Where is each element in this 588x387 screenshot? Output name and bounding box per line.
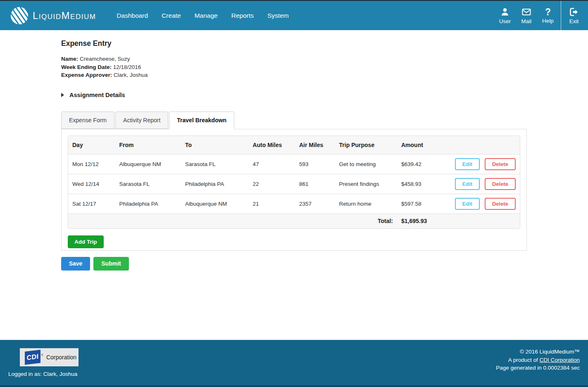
cdi-flag-icon: CDI [25, 350, 40, 365]
total-value: $1,695.93 [397, 214, 451, 228]
assignment-details-toggle[interactable]: Assignment Details [61, 92, 125, 98]
col-air-miles: Air Miles [295, 136, 335, 154]
total-row: Total: $1,695.93 [68, 214, 520, 228]
edit-button[interactable]: Edit [455, 198, 480, 210]
nav-reports[interactable]: Reports [231, 12, 254, 19]
info-name-label: Name: [61, 56, 78, 62]
question-mark-icon: ? [545, 7, 551, 17]
window-bottom-edge [0, 385, 588, 387]
brand[interactable]: LiquidMedium [10, 6, 96, 25]
nav-create[interactable]: Create [162, 12, 181, 19]
cell-day: Mon 12/12 [68, 154, 115, 174]
col-day: Day [68, 136, 115, 154]
footer-left: CDI ® Corporation Logged in as: Clark, J… [0, 340, 79, 385]
col-amount: Amount [397, 136, 451, 154]
trips-table: Day From To Auto Miles Air Miles Trip Pu… [68, 136, 520, 229]
col-to: To [181, 136, 248, 154]
cell-actions: Edit Delete [451, 174, 520, 194]
cell-air-miles: 2357 [295, 194, 335, 214]
utility-divider [561, 1, 561, 30]
logged-in-as: Logged in as: Clark, Joshua [8, 371, 79, 377]
cell-actions: Edit Delete [451, 154, 520, 174]
assignment-details-label: Assignment Details [69, 92, 125, 98]
mail-button[interactable]: Mail [516, 1, 537, 30]
employee-info: Name: Creamcheese, Suzy Week Ending Date… [61, 55, 527, 79]
cell-purpose: Get to meeting [335, 154, 397, 174]
table-header-row: Day From To Auto Miles Air Miles Trip Pu… [68, 136, 520, 154]
nav-dashboard[interactable]: Dashboard [117, 12, 148, 19]
delete-button[interactable]: Delete [485, 198, 516, 210]
cell-purpose: Present findings [335, 174, 397, 194]
cell-amount: $639.42 [397, 154, 451, 174]
cdi-corporation-logo: CDI ® Corporation [20, 348, 79, 366]
nav-manage[interactable]: Manage [195, 12, 218, 19]
cell-amount: $597.58 [397, 194, 451, 214]
brand-name: LiquidMedium [33, 10, 96, 21]
user-button[interactable]: User [494, 1, 516, 30]
cell-purpose: Return home [335, 194, 397, 214]
tab-expense-form[interactable]: Expense Form [61, 112, 114, 129]
user-label: User [499, 18, 511, 24]
copyright-text: © 2016 LiquidMedium™ [496, 348, 580, 356]
submit-button[interactable]: Submit [93, 257, 129, 271]
cell-auto-miles: 21 [248, 194, 295, 214]
add-trip-button[interactable]: Add Trip [68, 235, 104, 248]
tab-bar: Expense Form Activity Report Travel Brea… [61, 112, 527, 129]
cell-air-miles: 593 [295, 154, 335, 174]
tab-travel-breakdown[interactable]: Travel Breakdown [169, 112, 234, 129]
cell-from: Albuquerque NM [115, 154, 181, 174]
exit-button[interactable]: Exit [563, 1, 585, 30]
liquidmedium-logo-icon [10, 6, 29, 25]
table-row: Sat 12/17 Philadelphia PA Albuquerque NM… [68, 194, 520, 214]
cdi-corporation-link[interactable]: CDI Corporation [539, 357, 580, 363]
edit-button[interactable]: Edit [455, 178, 480, 190]
nav-system[interactable]: System [267, 12, 289, 19]
page-generated-text: Page generated in 0.0002384 sec [496, 364, 580, 372]
table-row: Mon 12/12 Albuquerque NM Sarasota FL 47 … [68, 154, 520, 174]
trips-table-container: Day From To Auto Miles Air Miles Trip Pu… [68, 135, 520, 229]
cell-to: Philadelphia PA [181, 174, 248, 194]
col-trip-purpose: Trip Purpose [335, 136, 397, 154]
col-from: From [115, 136, 181, 154]
mail-label: Mail [521, 18, 532, 24]
mail-icon [521, 7, 531, 17]
info-approver: Expense Approver: Clark, Joshua [61, 71, 527, 79]
collapse-arrow-icon [61, 93, 64, 97]
footer: CDI ® Corporation Logged in as: Clark, J… [0, 340, 588, 385]
delete-button[interactable]: Delete [485, 158, 516, 170]
top-nav-bar: LiquidMedium Dashboard Create Manage Rep… [0, 1, 588, 30]
form-actions: Save Submit [61, 257, 527, 271]
edit-button[interactable]: Edit [455, 158, 480, 170]
delete-button[interactable]: Delete [485, 178, 516, 190]
save-button[interactable]: Save [61, 257, 90, 271]
info-week-ending: Week Ending Date: 12/18/2016 [61, 63, 527, 71]
cell-to: Sarasota FL [181, 154, 248, 174]
registered-mark: ® [41, 353, 43, 357]
cdi-corporation-text: Corporation [46, 354, 76, 361]
travel-breakdown-panel: Day From To Auto Miles Air Miles Trip Pu… [61, 129, 527, 251]
cell-day: Sat 12/17 [68, 194, 115, 214]
product-of-prefix: A product of [508, 357, 540, 363]
main-content: Expense Entry Name: Creamcheese, Suzy We… [0, 30, 588, 340]
cell-from: Philadelphia PA [115, 194, 181, 214]
cdi-logo-text: CDI [26, 353, 38, 362]
main-nav: Dashboard Create Manage Reports System [117, 12, 288, 19]
cell-to: Albuquerque NM [181, 194, 248, 214]
help-label: Help [542, 18, 554, 24]
exit-label: Exit [569, 18, 579, 24]
col-auto-miles: Auto Miles [248, 136, 295, 154]
cell-actions: Edit Delete [451, 194, 520, 214]
cell-auto-miles: 22 [248, 174, 295, 194]
cell-amount: $458.93 [397, 174, 451, 194]
cell-auto-miles: 47 [248, 154, 295, 174]
user-icon [500, 7, 510, 17]
footer-right: © 2016 LiquidMedium™ A product of CDI Co… [496, 340, 588, 385]
cell-air-miles: 861 [295, 174, 335, 194]
tab-activity-report[interactable]: Activity Report [115, 112, 168, 129]
help-button[interactable]: ? Help [537, 1, 559, 30]
utility-nav: User Mail ? Help [494, 1, 588, 30]
product-of-line: A product of CDI Corporation [496, 356, 580, 364]
info-approver-value: Clark, Joshua [114, 72, 148, 78]
app: LiquidMedium Dashboard Create Manage Rep… [0, 0, 588, 387]
page-title: Expense Entry [61, 39, 527, 48]
